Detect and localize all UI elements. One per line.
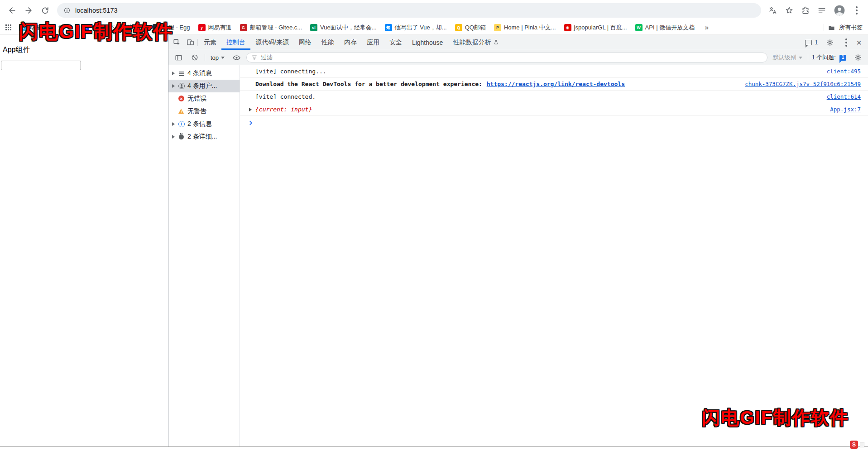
chevron-down-icon xyxy=(221,57,225,59)
gif-app-icon[interactable]: S xyxy=(850,441,858,449)
devtools-settings-icon[interactable] xyxy=(824,37,836,48)
device-toolbar-icon[interactable] xyxy=(184,37,197,48)
bookmark-star-icon[interactable] xyxy=(785,6,794,15)
expand-arrow-icon[interactable] xyxy=(172,135,175,139)
console-message[interactable]: [vite] connected. client:614 xyxy=(240,91,868,103)
console-message[interactable]: {current: input} App.jsx:7 xyxy=(240,103,868,116)
console-sidebar-item[interactable]: 2 条详细... xyxy=(168,130,240,143)
console-output: [vite] connecting... client:495 Download… xyxy=(240,65,868,446)
console-sidebar: 4 条消息 4 条用户... 无错误 xyxy=(168,65,240,446)
console-sidebar-item[interactable]: 无警告 xyxy=(168,105,240,118)
source-location-link[interactable]: chunk-373CG7ZK.js?v=52f910c6:21549 xyxy=(736,81,861,87)
back-icon xyxy=(8,6,17,15)
devtools-tabbar: 元素 控制台 xyxy=(168,35,868,50)
list-icon xyxy=(178,70,185,77)
translate-icon[interactable] xyxy=(768,6,777,15)
console-filter-input[interactable]: 过滤 xyxy=(246,53,767,62)
divider xyxy=(197,39,198,46)
back-button[interactable] xyxy=(5,3,20,18)
console-sidebar-item[interactable]: 无错误 xyxy=(168,92,240,105)
issues-icon[interactable]: 1 xyxy=(839,55,846,61)
devtools-tab[interactable]: Lighthouse xyxy=(407,35,448,50)
console-message[interactable]: Download the React DevTools for a better… xyxy=(240,78,868,91)
devtools-tab[interactable]: 网络 xyxy=(294,35,317,50)
message-link[interactable]: https://reactjs.org/link/react-devtools xyxy=(487,81,625,87)
forward-button[interactable] xyxy=(21,3,36,18)
console-messages-icon[interactable] xyxy=(805,40,812,45)
reload-icon xyxy=(41,6,49,15)
devtools-tab[interactable]: 源代码/来源 xyxy=(250,35,294,50)
qqmail-icon: Q xyxy=(455,24,462,31)
devtools-tab[interactable]: 控制台 xyxy=(221,35,250,50)
reload-button[interactable] xyxy=(37,3,53,18)
devtools-panel: 元素 控制台 xyxy=(168,35,868,446)
address-bar[interactable]: localhost:5173 xyxy=(57,3,761,18)
console-sidebar-item[interactable]: 4 条用户... xyxy=(168,80,240,92)
extensions-icon[interactable] xyxy=(801,6,810,15)
watermark-bottom: 闪电GIF制作软件 xyxy=(702,405,849,430)
expand-arrow-icon[interactable] xyxy=(249,108,252,111)
page-heading: App组件 xyxy=(3,45,168,55)
source-location-link[interactable]: client:495 xyxy=(818,68,861,75)
segmentfault-icon: sf xyxy=(310,24,317,31)
console-sidebar-item[interactable]: 4 条消息 xyxy=(168,67,240,80)
console-settings-icon[interactable] xyxy=(852,52,864,63)
console-sidebar-toggle-icon[interactable] xyxy=(172,52,185,63)
bookmarks-overflow-icon[interactable] xyxy=(702,24,711,32)
source-location-link[interactable]: App.jsx:7 xyxy=(821,106,861,113)
user-icon xyxy=(178,82,185,90)
devtools-tab[interactable]: 内存 xyxy=(339,35,362,50)
profile-avatar[interactable] xyxy=(834,5,845,16)
bookmark-item[interactable]: P Home | Pinia 中文... xyxy=(490,22,560,33)
prompt-chevron-icon xyxy=(248,120,253,125)
bookmark-item[interactable]: G 邮箱管理 - Gitee.c... xyxy=(236,22,306,33)
context-selector[interactable]: top xyxy=(209,54,226,61)
zhihu-icon: 知 xyxy=(385,24,392,31)
devtools-tab[interactable]: 性能 xyxy=(317,35,339,50)
page-text-input[interactable] xyxy=(1,61,81,70)
site-info-icon[interactable] xyxy=(63,7,71,14)
apps-grid-icon[interactable] xyxy=(5,24,12,31)
expand-arrow-icon[interactable] xyxy=(172,84,175,88)
page-viewport: App组件 xyxy=(0,35,168,446)
corner-overlay: S xyxy=(850,441,864,449)
filter-funnel-icon xyxy=(251,54,258,61)
browser-menu-icon[interactable] xyxy=(856,10,858,11)
devtools-tab-list: 元素 控制台 xyxy=(199,35,504,50)
expand-arrow-icon[interactable] xyxy=(172,72,175,75)
bookmark-item[interactable]: sf Vue面试中，经常会... xyxy=(307,22,380,33)
verbose-icon xyxy=(178,133,185,140)
devtools-tab[interactable]: 性能数据分析 xyxy=(448,35,504,50)
devtools-tab[interactable]: 应用 xyxy=(362,35,384,50)
clear-console-icon[interactable] xyxy=(188,52,201,63)
content-area: App组件 元素 xyxy=(0,35,868,447)
pinia-icon: P xyxy=(494,24,501,31)
bookmark-item[interactable]: y 网易有道 xyxy=(195,22,235,33)
bookmark-item[interactable]: Q QQ邮箱 xyxy=(451,22,489,33)
console-body: 4 条消息 4 条用户... 无错误 xyxy=(168,65,868,446)
live-expression-eye-icon[interactable] xyxy=(230,52,243,63)
devtools-menu-icon[interactable] xyxy=(845,42,847,43)
log-levels-dropdown[interactable]: 默认级别 xyxy=(771,53,804,62)
issues-label[interactable]: 1 个问题: xyxy=(812,53,836,62)
console-prompt[interactable] xyxy=(240,116,868,130)
all-bookmarks-label[interactable]: 所有书签 xyxy=(839,24,863,32)
expand-arrow-icon[interactable] xyxy=(172,122,175,126)
url-text: localhost:5173 xyxy=(75,7,118,14)
console-message-list: [vite] connecting... client:495 Download… xyxy=(240,65,868,116)
toolbar-actions xyxy=(766,5,863,16)
source-location-link[interactable]: client:614 xyxy=(818,93,861,100)
error-icon xyxy=(178,95,185,102)
watermark-top: 闪电GIF制作软件 xyxy=(19,19,173,44)
console-sidebar-item[interactable]: 2 条信息 xyxy=(168,118,240,130)
chevron-down-icon xyxy=(799,57,802,59)
bookmark-item[interactable]: W API | 微信开放文档 xyxy=(632,22,699,33)
bookmark-item[interactable]: 知 他写出了 Vue，却... xyxy=(381,22,451,33)
devtools-tab[interactable]: 安全 xyxy=(384,35,407,50)
devtools-tab[interactable]: 元素 xyxy=(199,35,221,50)
bookmark-item[interactable]: ◉ jspopularGL | 百度... xyxy=(561,22,631,33)
reading-list-icon[interactable] xyxy=(817,6,826,15)
console-message[interactable]: [vite] connecting... client:495 xyxy=(240,65,868,78)
devtools-close-icon[interactable] xyxy=(856,38,862,47)
tray-icon xyxy=(860,442,864,447)
